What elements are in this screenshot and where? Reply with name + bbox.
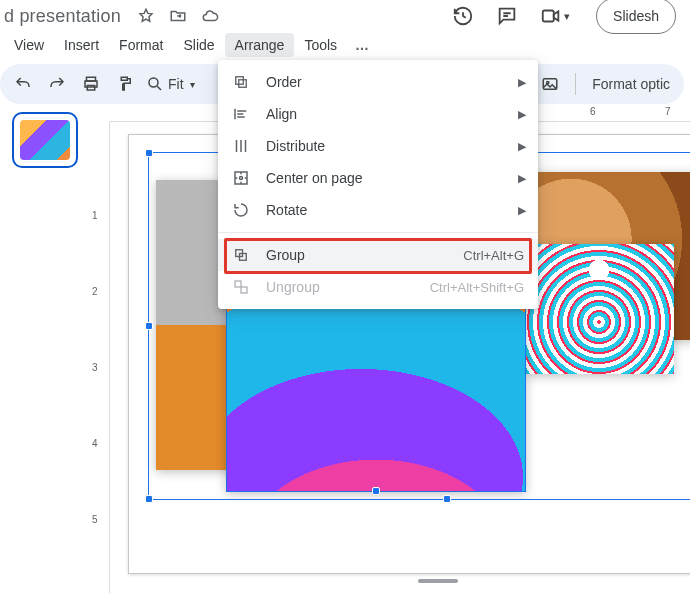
submenu-caret-icon: ▶	[518, 172, 526, 185]
format-options-button[interactable]: Format optic	[588, 76, 674, 92]
group-icon	[232, 246, 250, 264]
menu-bar: View Insert Format Slide Arrange Tools …	[0, 30, 690, 60]
align-icon	[232, 105, 250, 123]
redo-button[interactable]	[44, 71, 70, 97]
ruler-tick: 3	[92, 362, 98, 373]
cloud-status-icon[interactable]	[201, 7, 219, 25]
menu-item-rotate[interactable]: Rotate ▶	[218, 194, 538, 226]
thumbnail-preview	[20, 120, 70, 160]
menu-item-label: Distribute	[266, 138, 325, 154]
menu-item-label: Align	[266, 106, 297, 122]
video-icon	[540, 5, 562, 27]
zoom-dropdown[interactable]: Fit ▾	[146, 75, 195, 93]
ruler-tick: 6	[590, 106, 596, 117]
svg-point-4	[149, 78, 158, 87]
svg-rect-14	[241, 287, 247, 293]
meet-present-split[interactable]: ▾	[540, 5, 570, 27]
history-icon[interactable]	[452, 5, 474, 27]
comments-icon[interactable]	[496, 5, 518, 27]
menu-item-shortcut: Ctrl+Alt+Shift+G	[430, 280, 524, 295]
resize-handle-middle-left[interactable]	[145, 322, 153, 330]
filmstrip	[0, 104, 86, 593]
ruler-tick: 2	[92, 286, 98, 297]
distribute-icon	[232, 137, 250, 155]
menu-insert[interactable]: Insert	[54, 33, 109, 57]
star-icon[interactable]	[137, 7, 155, 25]
menu-item-label: Rotate	[266, 202, 307, 218]
move-folder-icon[interactable]	[169, 7, 187, 25]
menu-item-ungroup: Ungroup Ctrl+Alt+Shift+G	[218, 271, 538, 303]
ungroup-icon	[232, 278, 250, 296]
svg-point-10	[240, 177, 243, 180]
paint-format-button[interactable]	[112, 71, 138, 97]
menu-item-distribute[interactable]: Distribute ▶	[218, 130, 538, 162]
svg-rect-13	[235, 281, 241, 287]
svg-rect-8	[239, 80, 247, 88]
menu-view[interactable]: View	[4, 33, 54, 57]
svg-rect-0	[543, 11, 554, 22]
menu-item-group[interactable]: Group Ctrl+Alt+G	[218, 239, 538, 271]
menu-slide[interactable]: Slide	[173, 33, 224, 57]
title-bar: d presentation ▾ Slidesh	[0, 0, 690, 30]
zoom-label: Fit	[168, 76, 184, 92]
menu-arrange[interactable]: Arrange	[225, 33, 295, 57]
chevron-down-icon: ▾	[564, 10, 570, 23]
resize-handle-bottom-middle[interactable]	[372, 487, 380, 495]
menu-item-align[interactable]: Align ▶	[218, 98, 538, 130]
menu-item-label: Ungroup	[266, 279, 320, 295]
menu-separator	[218, 232, 538, 233]
resize-handle-bottom-middle[interactable]	[443, 495, 451, 503]
submenu-caret-icon: ▶	[518, 204, 526, 217]
toolbar-divider	[575, 73, 576, 95]
menu-item-center-on-page[interactable]: Center on page ▶	[218, 162, 538, 194]
center-icon	[232, 169, 250, 187]
menu-item-label: Group	[266, 247, 305, 263]
order-icon	[232, 73, 250, 91]
undo-button[interactable]	[10, 71, 36, 97]
title-action-icons	[137, 7, 219, 25]
ruler-tick: 1	[92, 210, 98, 221]
menu-item-label: Center on page	[266, 170, 363, 186]
chevron-down-icon: ▾	[190, 79, 195, 90]
header-right-actions: ▾ Slidesh	[452, 0, 682, 34]
ruler-tick: 5	[92, 514, 98, 525]
slideshow-label: Slidesh	[613, 8, 659, 24]
arrange-menu-dropdown: Order ▶ Align ▶ Distribute ▶ Center on p…	[218, 60, 538, 309]
resize-handle-top-left[interactable]	[145, 149, 153, 157]
insert-image-button[interactable]	[537, 71, 563, 97]
ruler-tick: 7	[665, 106, 671, 117]
menu-item-shortcut: Ctrl+Alt+G	[463, 248, 524, 263]
speaker-notes-drag-handle[interactable]	[418, 579, 458, 583]
menu-tools[interactable]: Tools	[294, 33, 347, 57]
document-title[interactable]: d presentation	[0, 6, 121, 27]
submenu-caret-icon: ▶	[518, 108, 526, 121]
menu-item-order[interactable]: Order ▶	[218, 66, 538, 98]
submenu-caret-icon: ▶	[518, 76, 526, 89]
menu-format[interactable]: Format	[109, 33, 173, 57]
menu-item-label: Order	[266, 74, 302, 90]
rotate-icon	[232, 201, 250, 219]
ruler-tick: 4	[92, 438, 98, 449]
menu-more[interactable]: …	[347, 33, 378, 57]
resize-handle-bottom-left[interactable]	[145, 495, 153, 503]
vertical-ruler[interactable]: 1 2 3 4 5	[86, 122, 110, 593]
svg-rect-7	[236, 77, 244, 85]
slide-thumbnail-1[interactable]	[12, 112, 78, 168]
slideshow-button[interactable]: Slidesh	[596, 0, 676, 34]
print-button[interactable]	[78, 71, 104, 97]
submenu-caret-icon: ▶	[518, 140, 526, 153]
